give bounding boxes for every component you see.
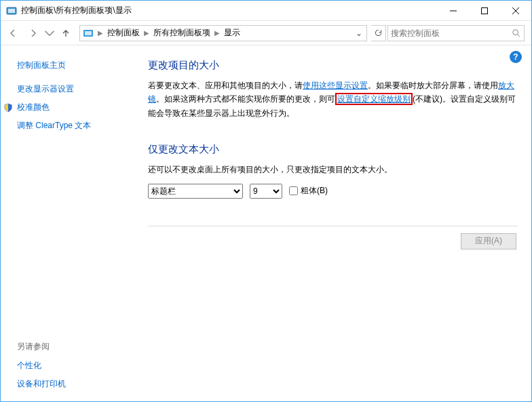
content: 控制面板主页 更改显示器设置 校准颜色 调整 ClearType 文本 另请参阅… [1, 45, 531, 401]
svg-rect-4 [85, 31, 92, 35]
chevron-right-icon[interactable]: ▶ [96, 29, 104, 37]
chevron-right-icon[interactable]: ▶ [213, 29, 221, 37]
breadcrumb-root[interactable]: 控制面板 [104, 27, 142, 39]
help-icon[interactable]: ? [510, 51, 522, 63]
see-also-devices-printers[interactable]: 设备和打印机 [17, 375, 128, 393]
see-also-personalization[interactable]: 个性化 [17, 357, 128, 375]
item-select[interactable]: 标题栏 [148, 184, 243, 199]
section1-title: 更改项目的大小 [148, 59, 518, 72]
text: 。如果这两种方式都不能实现你所要的更改，则可 [156, 94, 335, 104]
maximize-button[interactable] [469, 1, 500, 21]
apply-button[interactable]: 应用(A) [461, 233, 516, 249]
address-dropdown[interactable]: ⌄ [353, 28, 365, 38]
forward-button[interactable] [24, 24, 43, 43]
bold-checkbox-label[interactable]: 粗体(B) [289, 185, 328, 197]
section2-paragraph: 还可以不更改桌面上所有项目的大小，只更改指定项目的文本大小。 [148, 163, 518, 176]
address-bar[interactable]: ▶ 控制面板 ▶ 所有控制面板项 ▶ 显示 ⌄ [79, 25, 367, 41]
sidebar-home[interactable]: 控制面板主页 [17, 56, 128, 75]
sidebar-item-label[interactable]: 校准颜色 [17, 98, 50, 117]
window-title: 控制面板\所有控制面板项\显示 [21, 5, 132, 16]
main-pane: ? 更改项目的大小 若要更改文本、应用和其他项目的大小，请使用这些显示设置。如果… [133, 45, 531, 401]
see-also-header: 另请参阅 [17, 337, 128, 357]
chevron-right-icon[interactable]: ▶ [142, 29, 151, 37]
sidebar-item-calibrate-color[interactable]: 校准颜色 [17, 98, 128, 117]
titlebar: 控制面板\所有控制面板项\显示 [1, 1, 531, 21]
back-button[interactable] [3, 24, 22, 43]
close-button[interactable] [500, 1, 531, 21]
link-display-settings[interactable]: 使用这些显示设置 [303, 81, 368, 90]
breadcrumb-leaf[interactable]: 显示 [221, 27, 243, 39]
sidebar-item-cleartype[interactable]: 调整 ClearType 文本 [17, 117, 128, 135]
minimize-button[interactable] [438, 1, 469, 21]
text: 。如果要临时放大部分屏幕，请使用 [368, 81, 498, 90]
search-icon [512, 28, 521, 38]
recent-locations-button[interactable] [44, 24, 55, 43]
breadcrumb-mid[interactable]: 所有控制面板项 [151, 27, 213, 39]
refresh-button[interactable] [371, 25, 386, 41]
shield-icon [3, 103, 13, 113]
section2-title: 仅更改文本大小 [148, 143, 518, 156]
divider [148, 226, 518, 226]
control-panel-icon [6, 5, 17, 16]
svg-point-5 [513, 29, 518, 35]
link-custom-scaling[interactable]: 设置自定义缩放级别 [335, 93, 413, 105]
section1-paragraph: 若要更改文本、应用和其他项目的大小，请使用这些显示设置。如果要临时放大部分屏幕，… [148, 79, 518, 120]
text: 若要更改文本、应用和其他项目的大小，请 [148, 81, 303, 90]
sidebar-item-label[interactable]: 调整 ClearType 文本 [17, 117, 91, 135]
search-box[interactable] [387, 25, 525, 41]
size-select[interactable]: 9 [250, 184, 282, 199]
svg-rect-1 [8, 9, 15, 13]
navbar: ▶ 控制面板 ▶ 所有控制面板项 ▶ 显示 ⌄ [1, 21, 531, 45]
bold-label: 粗体(B) [301, 185, 328, 197]
sidebar: 控制面板主页 更改显示器设置 校准颜色 调整 ClearType 文本 另请参阅… [1, 45, 133, 401]
text-size-controls: 标题栏 9 粗体(B) [148, 184, 518, 199]
bold-checkbox[interactable] [289, 186, 298, 195]
search-input[interactable] [391, 28, 512, 38]
sidebar-item-label[interactable]: 更改显示器设置 [17, 80, 74, 98]
svg-rect-2 [482, 7, 488, 14]
control-panel-icon [83, 28, 94, 39]
sidebar-item-display-settings[interactable]: 更改显示器设置 [17, 80, 128, 98]
up-button[interactable] [56, 24, 75, 43]
